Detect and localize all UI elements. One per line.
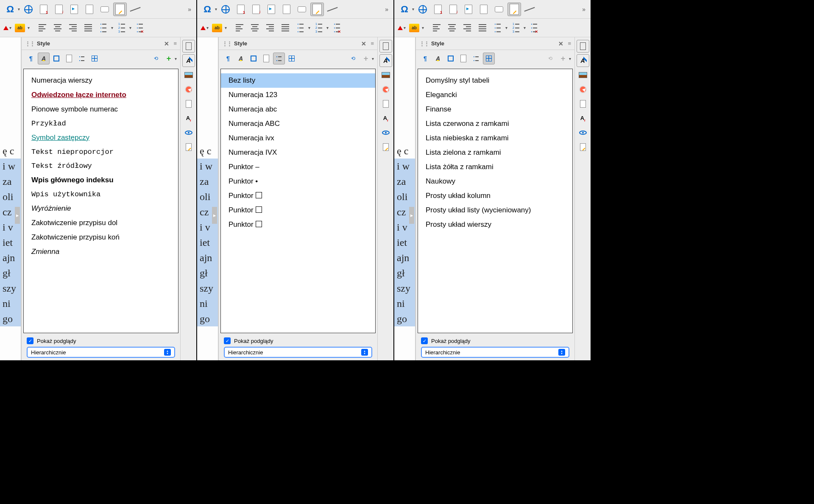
omega-button[interactable]: Ω xyxy=(201,3,214,16)
dropdown-chevron-icon[interactable]: ▾ xyxy=(28,25,30,30)
style-list-item[interactable]: Wpis użytkownika xyxy=(24,187,178,201)
track-changes-button[interactable] xyxy=(113,3,127,16)
style-list-item[interactable]: Numeracja ABC xyxy=(221,117,375,131)
frame-styles-icon[interactable] xyxy=(248,53,259,64)
dropdown-chevron-icon[interactable]: ▾ xyxy=(505,25,507,30)
page-tab[interactable] xyxy=(182,97,195,110)
style-list-item[interactable]: Lista czerwona z ramkami xyxy=(418,117,572,131)
align-right-button[interactable] xyxy=(460,21,474,35)
paragraph-styles-icon[interactable]: ¶ xyxy=(419,53,431,64)
dropdown-chevron-icon[interactable]: ▾ xyxy=(404,25,406,30)
style-list-item[interactable]: Punktor 🞎 xyxy=(221,203,375,217)
page-styles-icon[interactable] xyxy=(457,53,469,64)
bullet-list-button[interactable]: ••• xyxy=(294,21,307,35)
more-chevron-icon[interactable]: » xyxy=(188,6,191,13)
endnote-button[interactable] xyxy=(446,3,460,16)
align-center-button[interactable] xyxy=(248,21,262,35)
table-styles-icon[interactable] xyxy=(89,53,100,64)
grip-icon[interactable]: ⋮⋮ xyxy=(419,40,429,47)
fill-format-icon[interactable]: ⟲ xyxy=(347,53,359,64)
grip-icon[interactable]: ⋮⋮ xyxy=(222,40,231,47)
align-right-button[interactable] xyxy=(263,21,277,35)
style-list-item[interactable]: Prosty układ wierszy xyxy=(418,217,572,232)
line-tool-button[interactable] xyxy=(128,3,142,16)
properties-tab[interactable] xyxy=(379,40,392,53)
bookmark-button[interactable] xyxy=(462,3,475,16)
character-styles-icon[interactable]: A xyxy=(38,53,50,64)
style-list-item[interactable]: Finanse xyxy=(418,102,572,117)
align-justify-button[interactable] xyxy=(279,21,292,35)
new-style-icon[interactable]: + xyxy=(163,53,175,64)
line-tool-button[interactable] xyxy=(523,3,536,16)
table-styles-icon[interactable] xyxy=(483,53,495,64)
character-styles-icon[interactable]: A xyxy=(235,53,247,64)
panel-expand-icon[interactable]: ▶ xyxy=(409,207,414,224)
styles-tab[interactable]: A xyxy=(577,54,589,67)
character-styles-icon[interactable]: A xyxy=(432,53,444,64)
grip-icon[interactable]: ⋮⋮ xyxy=(25,40,34,47)
style-list[interactable]: Bez listyNumeracja 123Numeracja abcNumer… xyxy=(220,69,376,333)
list-styles-icon[interactable]: •• xyxy=(76,53,88,64)
style-list-item[interactable]: Numeracja IVX xyxy=(221,145,375,160)
numbered-list-button[interactable]: 123 xyxy=(509,21,523,35)
track-changes-button[interactable] xyxy=(507,3,521,16)
omega-button[interactable]: Ω xyxy=(3,3,17,16)
manage-changes-tab[interactable] xyxy=(379,141,392,153)
align-left-button[interactable] xyxy=(36,21,49,35)
navigator-tab[interactable] xyxy=(379,83,392,96)
style-list-item[interactable]: Pionowe symbole numerac xyxy=(24,102,178,117)
gallery-tab[interactable] xyxy=(379,69,392,81)
style-list-item[interactable]: Wpis głównego indeksu xyxy=(24,173,178,187)
dropdown-chevron-icon[interactable]: ▾ xyxy=(372,56,374,61)
navigator-tab[interactable] xyxy=(182,83,195,96)
style-list-item[interactable]: Punktor – xyxy=(221,160,375,174)
style-list-item[interactable]: Tekst nieproporcjor xyxy=(24,145,178,159)
more-chevron-icon[interactable]: » xyxy=(582,6,585,13)
style-list-item[interactable]: Zmienna xyxy=(24,245,178,259)
style-list-item[interactable]: Lista niebieska z ramkami xyxy=(418,131,572,145)
style-list-item[interactable]: Prosty układ listy (wycieniowany) xyxy=(418,203,572,217)
style-list-item[interactable]: Bez listy xyxy=(221,73,375,88)
dropdown-chevron-icon[interactable]: ▾ xyxy=(308,25,310,30)
styles-tab[interactable]: A xyxy=(379,54,392,67)
dropdown-chevron-icon[interactable]: ▾ xyxy=(412,7,414,11)
style-list-item[interactable]: Lista żółta z ramkami xyxy=(418,160,572,174)
style-list-item[interactable]: Symbol zastępczy xyxy=(24,131,178,145)
style-list-item[interactable]: Naukowy xyxy=(418,174,572,189)
highlight-button[interactable]: ab xyxy=(210,21,224,35)
dropdown-chevron-icon[interactable]: ▾ xyxy=(422,25,424,30)
omega-button[interactable]: Ω xyxy=(398,3,411,16)
dropdown-chevron-icon[interactable]: ▾ xyxy=(215,7,217,11)
paragraph-styles-icon[interactable]: ¶ xyxy=(25,53,37,64)
frame-styles-icon[interactable] xyxy=(50,53,62,64)
style-list[interactable]: Domyślny styl tabeliEleganckiFinanseList… xyxy=(418,69,573,333)
cross-ref-button[interactable] xyxy=(280,3,293,16)
bullet-list-button[interactable]: ••• xyxy=(97,21,110,35)
style-list-item[interactable]: Prosty układ kolumn xyxy=(418,189,572,203)
filter-select[interactable]: Hierarchicznie ▲▼ xyxy=(27,347,175,358)
line-tool-button[interactable] xyxy=(326,3,339,16)
page-tab[interactable] xyxy=(379,97,392,110)
comment-button[interactable] xyxy=(295,3,309,16)
style-list-item[interactable]: Numeracja ivx xyxy=(221,131,375,145)
comment-button[interactable] xyxy=(98,3,112,16)
dropdown-chevron-icon[interactable]: ▾ xyxy=(9,25,11,30)
style-list-item[interactable]: Elegancki xyxy=(418,88,572,102)
properties-tab[interactable] xyxy=(182,40,195,53)
table-styles-icon[interactable] xyxy=(286,53,298,64)
manage-changes-tab[interactable] xyxy=(182,141,195,153)
comment-button[interactable] xyxy=(492,3,506,16)
panel-expand-icon[interactable]: ▶ xyxy=(212,207,217,224)
dropdown-chevron-icon[interactable]: ▾ xyxy=(225,25,227,30)
style-list-item[interactable]: Zakotwiczenie przypisu koń xyxy=(24,230,178,245)
show-previews-checkbox[interactable]: ✓ xyxy=(224,337,231,344)
close-icon[interactable]: ✕ xyxy=(361,40,366,47)
endnote-button[interactable] xyxy=(52,3,66,16)
align-left-button[interactable] xyxy=(430,21,443,35)
menu-icon[interactable]: ≡ xyxy=(568,40,571,47)
cross-ref-button[interactable] xyxy=(83,3,96,16)
style-list-item[interactable]: Numeracja wierszy xyxy=(24,73,178,88)
style-list-item[interactable]: Odwiedzone łącze interneto xyxy=(24,88,178,102)
align-left-button[interactable] xyxy=(233,21,246,35)
style-list-item[interactable]: Przykład xyxy=(24,117,178,131)
